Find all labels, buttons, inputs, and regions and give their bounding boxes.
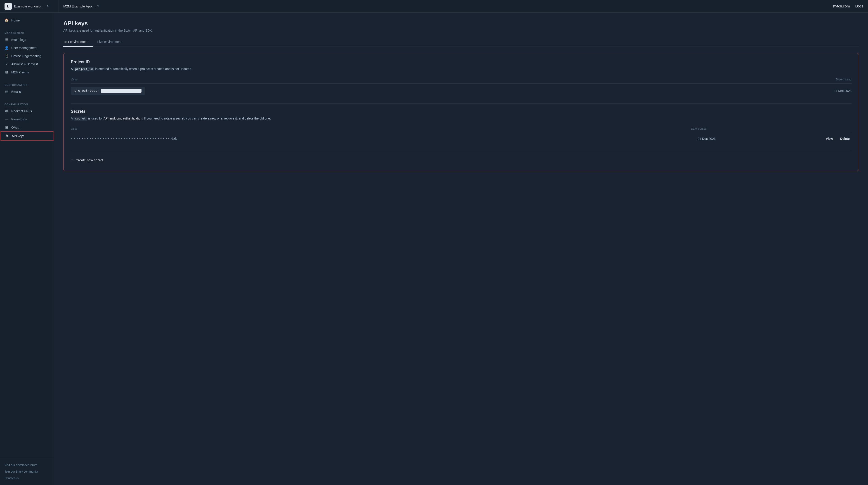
- sidebar-item-label: OAuth: [11, 126, 20, 129]
- api-keys-icon: ⌘: [5, 134, 9, 138]
- passwords-icon: ···: [4, 117, 8, 121]
- workspace-icon: E: [4, 3, 12, 10]
- sidebar-item-label: Passwords: [11, 118, 27, 121]
- sidebar-item-label: Allowlist & Denylist: [11, 62, 38, 66]
- project-id-description: A project_id is created automatically wh…: [71, 67, 851, 72]
- sidebar-item-home[interactable]: 🏠 Home: [0, 16, 54, 24]
- project-id-title: Project ID: [71, 60, 851, 64]
- sidebar-item-label: User management: [11, 46, 37, 50]
- sidebar-item-label: Event logs: [11, 38, 26, 41]
- workspace-selector[interactable]: E Example workssp... ⇅: [4, 0, 59, 12]
- secret-actions: View Delete: [725, 133, 851, 145]
- sidebar-item-label: M2M Clients: [11, 70, 29, 74]
- secrets-table: Value Date created •••••••••••••••••••••…: [71, 125, 851, 144]
- create-secret-divider: [71, 150, 851, 150]
- configuration-section-label: CONFIGURATION: [0, 101, 54, 107]
- topbar: E Example workssp... ⇅ M2M Example App..…: [0, 0, 868, 13]
- home-icon: 🏠: [4, 18, 8, 22]
- app-chevron-icon: ⇅: [97, 5, 99, 8]
- workspace-name: Example workssp...: [14, 4, 43, 8]
- sidebar-item-passwords[interactable]: ··· Passwords: [0, 115, 54, 123]
- sidebar-home-label: Home: [11, 19, 20, 22]
- project-id-date: 21 Dec 2023: [700, 83, 851, 98]
- site-link[interactable]: stytch.com: [833, 4, 850, 8]
- api-keys-card: Project ID A project_id is created autom…: [63, 53, 859, 171]
- workspace-chevron-icon: ⇅: [46, 5, 49, 8]
- sidebar-item-event-logs[interactable]: ☰ Event logs: [0, 36, 54, 44]
- sidebar-section-configuration: CONFIGURATION ⌘ Redirect URLs ··· Passwo…: [0, 98, 54, 142]
- topbar-right: stytch.com Docs: [833, 4, 864, 8]
- main-layout: 🏠 Home MANAGEMENT ☰ Event logs 👤 User ma…: [0, 13, 868, 485]
- sidebar-home-section: 🏠 Home: [0, 13, 54, 26]
- create-new-secret[interactable]: + Create new secret: [71, 156, 851, 164]
- sidebar-item-user-management[interactable]: 👤 User management: [0, 44, 54, 52]
- main-content: API keys API keys are used for authentic…: [54, 13, 868, 485]
- date-col-header: Date created: [700, 76, 851, 84]
- environment-tabs: Test environment Live environment: [63, 38, 859, 47]
- secrets-title: Secrets: [71, 109, 851, 114]
- redacted-value: [101, 89, 142, 93]
- user-management-icon: 👤: [4, 46, 8, 50]
- section-divider: [71, 103, 851, 104]
- create-new-label: Create new secret: [76, 158, 103, 162]
- tab-live-environment[interactable]: Live environment: [97, 38, 127, 47]
- project-id-value-cell: project-test-: [71, 83, 700, 98]
- tab-test-environment[interactable]: Test environment: [63, 38, 93, 47]
- sidebar-section-customization: CUSTOMIZATION ▤ Emails: [0, 78, 54, 98]
- redirect-icon: ⌘: [4, 109, 8, 113]
- sidebar-item-m2m-clients[interactable]: ⊟ M2M Clients: [0, 68, 54, 76]
- sidebar-item-label: Emails: [11, 90, 21, 94]
- api-endpoint-auth-link[interactable]: API endpoint authentication: [103, 117, 142, 120]
- device-fingerprinting-icon: 📱: [4, 54, 8, 58]
- table-row: ••••••••••••••••••••••••••••••••••••••da…: [71, 133, 851, 145]
- project-id-value: project-test-: [71, 87, 145, 95]
- secrets-description: A secret is used for API endpoint authen…: [71, 116, 851, 121]
- allowlist-icon: ✓: [4, 62, 8, 66]
- management-section-label: MANAGEMENT: [0, 30, 54, 36]
- customization-section-label: CUSTOMIZATION: [0, 82, 54, 88]
- event-logs-icon: ☰: [4, 38, 8, 42]
- delete-button[interactable]: Delete: [838, 136, 851, 141]
- action-buttons: View Delete: [725, 136, 851, 141]
- secret-code: secret: [73, 117, 87, 121]
- secret-suffix: dak=: [171, 137, 179, 140]
- secrets-value-col-header: Value: [71, 125, 569, 133]
- sidebar-item-allowlist-denylist[interactable]: ✓ Allowlist & Denylist: [0, 60, 54, 68]
- value-col-header: Value: [71, 76, 700, 84]
- sidebar-item-device-fingerprinting[interactable]: 📱 Device Fingerprinting: [0, 52, 54, 60]
- sidebar-item-redirect-urls[interactable]: ⌘ Redirect URLs: [0, 107, 54, 115]
- app-selector[interactable]: M2M Example App... ⇅: [59, 4, 833, 8]
- oauth-icon: ⊟: [4, 125, 8, 129]
- plus-icon: +: [71, 157, 73, 163]
- app-name: M2M Example App...: [63, 4, 94, 8]
- sidebar-item-emails[interactable]: ▤ Emails: [0, 88, 54, 96]
- sidebar-item-label: API keys: [12, 134, 24, 138]
- sidebar-item-oauth[interactable]: ⊟ OAuth: [0, 123, 54, 131]
- emails-icon: ▤: [4, 90, 8, 94]
- project-id-table: Value Date created project-test- 21 Dec …: [71, 76, 851, 98]
- table-row: project-test- 21 Dec 2023: [71, 83, 851, 98]
- sidebar-footer: Visit our developer forum Join our Slack…: [0, 459, 54, 485]
- secret-display: ••••••••••••••••••••••••••••••••••••••da…: [71, 137, 569, 141]
- docs-link[interactable]: Docs: [855, 4, 864, 8]
- sidebar: 🏠 Home MANAGEMENT ☰ Event logs 👤 User ma…: [0, 13, 54, 485]
- sidebar-section-management: MANAGEMENT ☰ Event logs 👤 User managemen…: [0, 26, 54, 78]
- page-subtitle: API keys are used for authentication in …: [63, 29, 859, 32]
- secret-dots: ••••••••••••••••••••••••••••••••••••••: [71, 137, 170, 141]
- secrets-date-col-header: Date created: [569, 125, 725, 133]
- view-button[interactable]: View: [824, 136, 835, 141]
- contact-us-link[interactable]: Contact us: [0, 475, 54, 481]
- sidebar-item-api-keys[interactable]: ⌘ API keys: [0, 131, 54, 140]
- project-id-code: project_id: [73, 67, 94, 71]
- secret-value-cell: ••••••••••••••••••••••••••••••••••••••da…: [71, 133, 569, 145]
- sidebar-item-label: Redirect URLs: [11, 109, 32, 113]
- page-title: API keys: [63, 20, 859, 27]
- slack-community-link[interactable]: Join our Slack community: [0, 468, 54, 475]
- developer-forum-link[interactable]: Visit our developer forum: [0, 462, 54, 468]
- sidebar-item-label: Device Fingerprinting: [11, 54, 41, 58]
- m2m-icon: ⊟: [4, 70, 8, 74]
- secret-date: 21 Dec 2023: [569, 133, 725, 145]
- project-id-section: Project ID A project_id is created autom…: [71, 60, 851, 98]
- secrets-section: Secrets A secret is used for API endpoin…: [71, 109, 851, 145]
